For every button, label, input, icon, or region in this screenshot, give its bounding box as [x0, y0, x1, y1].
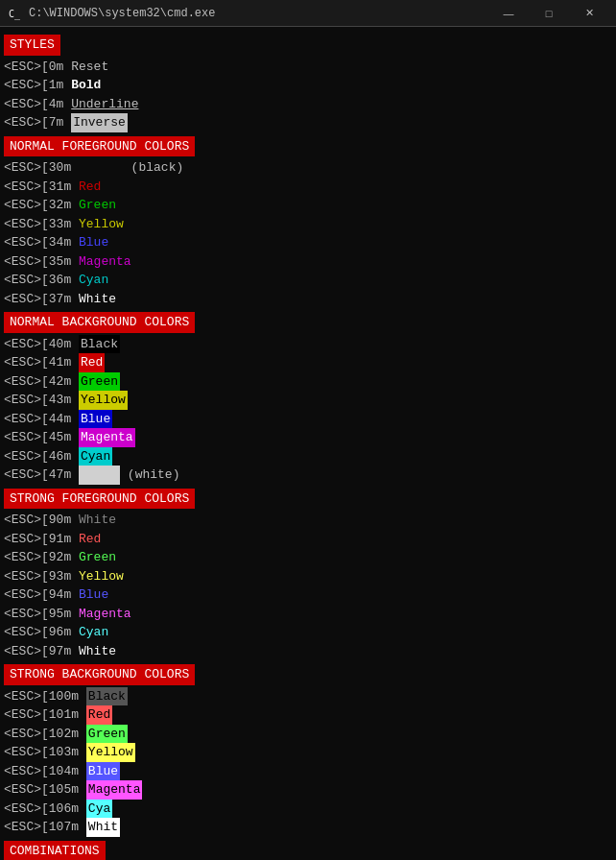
maximize-button[interactable]: □	[530, 0, 568, 27]
line-102m: <ESC>[102m Green	[4, 725, 612, 744]
inverse-text: Inverse	[71, 113, 128, 132]
bg-red-text: Red	[79, 353, 105, 372]
esc-41m: <ESC>[41m	[4, 353, 79, 372]
line-92m: <ESC>[92m Green	[4, 548, 612, 567]
esc-1m: <ESC>[1m	[4, 76, 71, 95]
line-45m: <ESC>[45m Magenta	[4, 428, 612, 447]
combinations-header-line: COMBINATIONS	[4, 837, 612, 861]
line-30m: <ESC>[30m (black)	[4, 158, 612, 178]
window-controls: — □ ✕	[489, 0, 608, 27]
strong-fg-red-text: Red	[79, 530, 101, 549]
strong-fg-cyan-text: Cyan	[79, 623, 108, 642]
esc-46m: <ESC>[46m	[4, 447, 79, 466]
line-96m: <ESC>[96m Cyan	[4, 623, 612, 642]
esc-35m: <ESC>[35m	[4, 252, 79, 272]
line-33m: <ESC>[33m Yellow	[4, 215, 612, 234]
esc-43m: <ESC>[43m	[4, 391, 79, 410]
line-94m: <ESC>[94m Blue	[4, 585, 612, 605]
bg-cyan-text: Cyan	[79, 447, 112, 466]
esc-37m: <ESC>[37m	[4, 290, 79, 309]
esc-94m: <ESC>[94m	[4, 585, 79, 605]
line-46m: <ESC>[46m Cyan	[4, 447, 612, 466]
line-1m: <ESC>[1m Bold	[4, 76, 612, 95]
line-93m: <ESC>[93m Yellow	[4, 567, 612, 586]
styles-header: STYLES	[4, 35, 60, 56]
line-47m: <ESC>[47m (white)	[4, 466, 612, 485]
esc-106m: <ESC>[106m	[4, 800, 86, 819]
fg-header: NORMAL FOREGROUND COLORS	[4, 136, 195, 157]
esc-31m: <ESC>[31m	[4, 178, 79, 197]
bg-blue-text: Blue	[79, 410, 112, 429]
line-104m: <ESC>[104m Blue	[4, 762, 612, 781]
bg-header-line: NORMAL BACKGROUND COLORS	[4, 308, 612, 335]
esc-30m: <ESC>[30m (black)	[4, 158, 183, 178]
esc-36m: <ESC>[36m	[4, 271, 79, 290]
esc-0m: <ESC>[0m Reset	[4, 58, 108, 77]
bg-black-text: Black	[79, 335, 120, 354]
fg-cyan-text: Cyan	[79, 271, 108, 290]
bg-yellow-text: Yellow	[79, 391, 128, 410]
strong-fg-white2-text: White	[79, 642, 116, 661]
esc-44m: <ESC>[44m	[4, 410, 79, 429]
esc-32m: <ESC>[32m	[4, 196, 79, 215]
esc-90m: <ESC>[90m	[4, 511, 79, 530]
line-36m: <ESC>[36m Cyan	[4, 271, 612, 290]
strong-bg-black-text: Black	[86, 687, 128, 706]
esc-96m: <ESC>[96m	[4, 623, 79, 642]
fg-red-text: Red	[79, 178, 101, 197]
minimize-button[interactable]: —	[489, 0, 528, 27]
line-107m: <ESC>[107m Whit	[4, 818, 612, 837]
fg-header-line: NORMAL FOREGROUND COLORS	[4, 132, 612, 159]
line-105m: <ESC>[105m Magenta	[4, 780, 612, 800]
underline-text: Underline	[71, 95, 138, 114]
bg-white-text	[79, 466, 120, 485]
window: C_ C:\WINDOWS\system32\cmd.exe — □ ✕ STY…	[0, 0, 616, 860]
esc-103m: <ESC>[103m	[4, 743, 86, 762]
esc-4m: <ESC>[4m	[4, 95, 71, 114]
line-43m: <ESC>[43m Yellow	[4, 391, 612, 410]
esc-102m: <ESC>[102m	[4, 725, 86, 744]
line-0m: <ESC>[0m Reset	[4, 58, 612, 77]
bold-text: Bold	[71, 76, 101, 95]
strong-bg-header-line: STRONG BACKGROUND COLORS	[4, 660, 612, 687]
line-100m: <ESC>[100m Black	[4, 687, 612, 706]
fg-magenta-text: Magenta	[79, 252, 131, 272]
fg-green-text: Green	[79, 196, 116, 215]
bg-magenta-text: Magenta	[79, 428, 135, 447]
strong-fg-yellow-text: Yellow	[79, 567, 124, 586]
esc-100m: <ESC>[100m	[4, 687, 86, 706]
esc-107m: <ESC>[107m	[4, 818, 86, 837]
line-90m: <ESC>[90m White	[4, 511, 612, 530]
esc-97m: <ESC>[97m	[4, 642, 79, 661]
line-42m: <ESC>[42m Green	[4, 372, 612, 392]
esc-34m: <ESC>[34m	[4, 233, 79, 252]
line-106m: <ESC>[106m Cya	[4, 800, 612, 819]
strong-fg-header: STRONG FOREGROUND COLORS	[4, 489, 195, 510]
esc-47m: <ESC>[47m	[4, 466, 79, 485]
strong-bg-yellow-text: Yellow	[86, 743, 135, 762]
line-41m: <ESC>[41m Red	[4, 353, 612, 372]
strong-bg-blue-text: Blue	[86, 762, 120, 781]
titlebar: C_ C:\WINDOWS\system32\cmd.exe — □ ✕	[0, 0, 616, 27]
esc-42m: <ESC>[42m	[4, 372, 79, 392]
line-34m: <ESC>[34m Blue	[4, 233, 612, 252]
line-7m: <ESC>[7m Inverse	[4, 113, 612, 132]
esc-92m: <ESC>[92m	[4, 548, 79, 567]
strong-bg-red-text: Red	[86, 705, 112, 725]
strong-fg-white-text: White	[79, 511, 116, 530]
line-32m: <ESC>[32m Green	[4, 196, 612, 215]
strong-bg-magenta-text: Magenta	[86, 780, 143, 800]
strong-fg-magenta-text: Magenta	[79, 605, 131, 624]
esc-101m: <ESC>[101m	[4, 705, 86, 725]
esc-104m: <ESC>[104m	[4, 762, 86, 781]
fg-blue-text: Blue	[79, 233, 108, 252]
esc-95m: <ESC>[95m	[4, 605, 79, 624]
esc-91m: <ESC>[91m	[4, 530, 79, 549]
combinations-header: COMBINATIONS	[4, 841, 106, 861]
esc-45m: <ESC>[45m	[4, 428, 79, 447]
line-103m: <ESC>[103m Yellow	[4, 743, 612, 762]
strong-bg-green-text: Green	[86, 725, 128, 744]
close-button[interactable]: ✕	[570, 0, 608, 27]
line-35m: <ESC>[35m Magenta	[4, 252, 612, 272]
line-37m: <ESC>[37m White	[4, 290, 612, 309]
